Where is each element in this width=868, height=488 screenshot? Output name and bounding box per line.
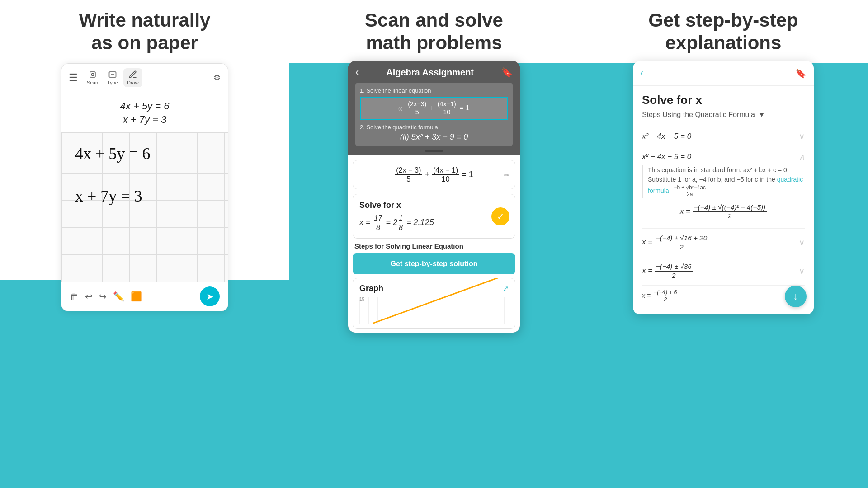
graph-card: Graph ⤢ 15 [353,278,515,329]
type-label: Type [107,80,118,85]
undo-icon[interactable]: ↩ [85,291,93,302]
bottom-tool-icons: 🗑 ↩ ↪ ✏️ 🟧 [70,291,142,302]
steps-header-label: Steps Using the Quadratic Formula [642,111,755,119]
header-title-3: Get step-by-step explanations [648,9,798,55]
down-arrow-icon: ↓ [793,291,798,302]
steps-dropdown-icon[interactable]: ▼ [759,111,765,118]
redo-icon[interactable]: ↪ [99,291,107,302]
bottom-toolbar: 🗑 ↩ ↪ ✏️ 🟧 ➤ [61,282,228,311]
problem2-label: 2. Solve the quadratic formula [360,124,508,131]
problem2-equation: (ii) 5x² + 3x − 9 = 0 [360,132,508,142]
grid-background: 4x + 5y = 6 x + 7y = 3 [61,132,228,282]
graph-card-header: Graph ⤢ [353,278,515,297]
send-button[interactable]: ➤ [200,286,220,306]
draw-button[interactable]: Draw [123,68,142,87]
right-nav: ‹ 🔖 [633,61,814,86]
phone-divider [425,150,443,152]
solve-result: x = 178 = 218 = 2.125 [359,214,509,232]
phone-white-section: (2x − 3)5 + (4x − 1)10 = 1 ✏ Solve for x… [348,155,520,333]
equation-display: 4x + 5y = 6 x + 7y = 3 [61,92,228,132]
equation-line-1: 4x + 5y = 6 [71,100,219,112]
step-formula-step: x = −(−4) ± √((−4)² − 4(−5)) 2 [642,203,805,221]
page-title: Algebra Assignment [386,67,474,78]
step4-chevron[interactable]: ∨ [799,266,805,276]
problem1-equation: (i) (2x−3)5 + (4x−1)10 = 1 [360,97,508,120]
step4-math: x = −(−4) ± √36 2 [642,263,693,280]
handwritten-eq2: x + 7y = 3 [75,184,223,208]
list-icon: ☰ [69,72,78,84]
step-explanation: This equation is in standard form: ax² +… [642,165,805,198]
phone-card-middle: ‹ Algebra Assignment 🔖 1. Solve the line… [348,61,520,333]
checkmark-icon: ✓ [497,211,505,222]
equation-line-2: x + 7y = 3 [71,114,219,126]
step3-math: x = −(−4) ± √16 + 20 2 [642,234,708,251]
expand-icon[interactable]: ⤢ [503,284,509,293]
main-content: ☰ Scan [0,63,868,488]
solve-for-card: Solve for x x = 178 = 218 = 2.125 ✓ [353,194,515,239]
scan-button[interactable]: Scan [83,68,102,87]
panel-left: ☰ Scan [0,63,289,488]
solve-for-x-title: Solve for x [642,93,805,107]
toolbar-left-icons: ☰ Scan [69,68,142,87]
step1-math: x² − 4x − 5 = 0 [642,132,691,141]
check-circle: ✓ [491,207,509,225]
bookmark-icon[interactable]: 🔖 [501,67,513,78]
scan-label: Scan [87,80,98,85]
svg-point-1 [91,74,94,76]
step-row-1: x² − 4x − 5 = 0 ∨ [642,126,805,147]
phone-scan-area: 1. Solve the linear equation (i) (2x−3)5… [355,83,513,146]
equation-card: (2x − 3)5 + (4x − 1)10 = 1 ✏ [353,160,515,190]
back-icon-right[interactable]: ‹ [640,67,643,79]
header-title-2: Scan and solve math problems [365,9,503,55]
pencil-tool-icon[interactable]: ✏️ [113,291,124,302]
draw-icon [128,70,137,79]
header-title-1: Write naturally as on paper [79,9,211,55]
graph-preview: 15 [353,297,515,328]
trash-icon[interactable]: 🗑 [70,291,79,302]
header-col-2: Scan and solve math problems [289,0,579,63]
graph-grid: 15 [359,297,509,324]
steps-header: Steps Using the Quadratic Formula ▼ [642,111,805,119]
step2-math: x² − 4x − 5 = 0 ∧ [642,152,805,162]
eraser-icon[interactable]: 🟧 [131,291,142,302]
solve-for-title: Solve for x [359,201,509,210]
partial-equation: x = −(−4) + 6 2 [642,286,805,307]
scroll-down-fab[interactable]: ↓ [785,286,807,307]
phone-top-bar: ‹ Algebra Assignment 🔖 1. Solve the line… [348,61,520,155]
phone-nav: ‹ Algebra Assignment 🔖 [355,66,513,78]
phone-card-left: ☰ Scan [61,63,228,311]
header-col-3: Get step-by-step explanations [579,0,868,63]
graph-title: Graph [359,284,383,293]
step2-chevron[interactable]: ∧ [799,152,805,162]
type-button[interactable]: Type [104,68,122,87]
back-icon[interactable]: ‹ [355,66,359,78]
step1-chevron[interactable]: ∨ [799,131,805,141]
handwritten-math: 4x + 5y = 6 x + 7y = 3 [75,141,223,208]
type-icon [108,70,117,79]
steps-label: Steps for Solving Linear Equation [348,242,520,250]
step3-chevron[interactable]: ∨ [799,238,805,248]
equation-card-math: (2x − 3)5 + (4x − 1)10 = 1 [359,166,509,184]
draw-label: Draw [127,80,139,85]
step-row-4: x = −(−4) ± √36 2 ∨ [642,257,805,286]
panel-middle: ‹ Algebra Assignment 🔖 1. Solve the line… [289,63,579,488]
problem1-label: 1. Solve the linear equation [360,87,508,94]
handwritten-eq1: 4x + 5y = 6 [75,141,223,166]
top-header: Write naturally as on paper Scan and sol… [0,0,868,63]
settings-icon[interactable]: ⚙ [213,73,221,83]
step-row-3: x = −(−4) ± √16 + 20 2 ∨ [642,229,805,257]
right-content: Solve for x Steps Using the Quadratic Fo… [633,86,814,314]
svg-rect-0 [90,72,95,77]
step-by-step-button[interactable]: Get step-by-step solution [353,253,515,274]
phone-card-right: ‹ 🔖 Solve for x Steps Using the Quadrati… [633,61,814,314]
edit-pencil-icon[interactable]: ✏ [504,170,509,179]
panel-right: ‹ 🔖 Solve for x Steps Using the Quadrati… [579,63,868,488]
grid-area: 4x + 5y = 6 x + 7y = 3 [61,132,228,282]
bookmark-icon-right[interactable]: 🔖 [795,68,807,79]
step-expanded-block: x² − 4x − 5 = 0 ∧ This equation is in st… [642,147,805,229]
header-col-1: Write naturally as on paper [0,0,289,63]
send-icon: ➤ [206,291,214,302]
scan-icon [88,70,97,79]
phone-toolbar: ☰ Scan [61,64,228,92]
graph-label-15: 15 [359,297,364,302]
